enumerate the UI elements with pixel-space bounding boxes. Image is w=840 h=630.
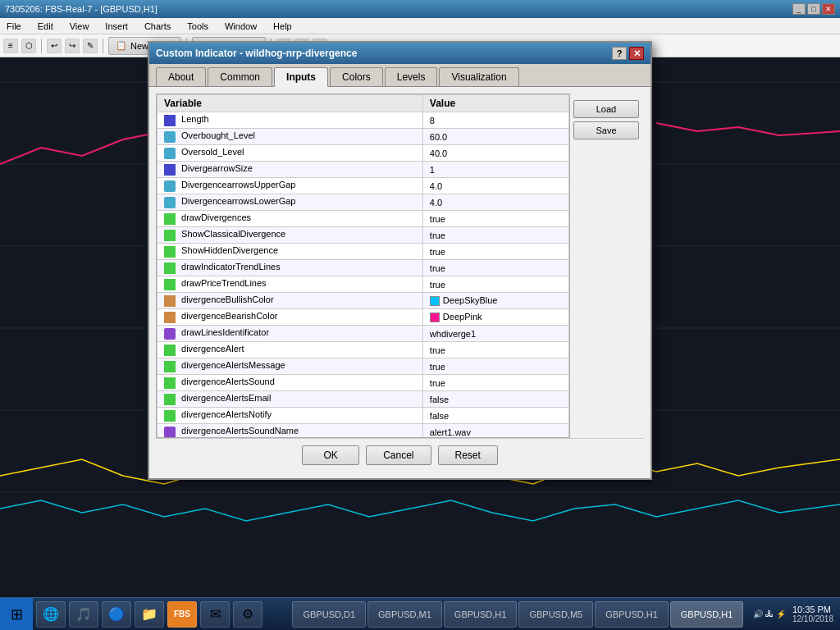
param-variable: Overbought_Level <box>158 129 423 145</box>
table-row[interactable]: DivergearrowSize 1 <box>158 162 569 178</box>
menu-edit[interactable]: Edit <box>34 20 57 33</box>
toolbar-icon-1[interactable]: ≡ <box>3 39 18 53</box>
table-row[interactable]: Oversold_Level 40.0 <box>158 145 569 162</box>
table-row[interactable]: divergenceBearishColor DeepPink <box>158 309 569 326</box>
type-icon <box>164 361 176 372</box>
param-value[interactable]: DeepSkyBlue <box>422 293 568 309</box>
toolbar-icon-4[interactable]: ↪ <box>65 39 80 53</box>
maximize-button[interactable]: □ <box>807 3 820 15</box>
param-value[interactable]: true <box>422 260 568 276</box>
taskbar-mail[interactable]: ✉ <box>200 601 230 628</box>
table-row[interactable]: divergenceAlertsMessage true <box>158 358 569 375</box>
param-value[interactable]: 4.0 <box>422 194 568 211</box>
reset-button[interactable]: Reset <box>438 445 498 465</box>
table-row[interactable]: drawIndicatorTrendLines true <box>158 260 569 276</box>
custom-indicator-dialog: Custom Indicator - wildhog-nrp-divergenc… <box>148 41 652 480</box>
param-value[interactable]: true <box>422 244 568 260</box>
taskbar-tab-1[interactable]: GBPUSD,D1 <box>292 601 366 628</box>
table-row[interactable]: divergenceAlertsEmail false <box>158 391 569 408</box>
taskbar-music[interactable]: 🎵 <box>69 601 98 628</box>
table-row[interactable]: divergenceBullishColor DeepSkyBlue <box>158 293 569 309</box>
taskbar-chrome[interactable]: 🔵 <box>102 601 131 628</box>
dialog-tabs: About Common Inputs Colors Levels Visual… <box>149 64 651 87</box>
param-value[interactable]: false <box>422 391 568 408</box>
cancel-button[interactable]: Cancel <box>366 445 431 465</box>
save-button[interactable]: Save <box>573 121 639 139</box>
param-value[interactable]: 8 <box>422 112 568 129</box>
table-row[interactable]: drawLinesIdentificator whdiverge1 <box>158 326 569 342</box>
menu-view[interactable]: View <box>66 20 93 33</box>
table-row[interactable]: DivergencearrowsLowerGap 4.0 <box>158 194 569 211</box>
table-row[interactable]: divergenceAlert true <box>158 342 569 358</box>
taskbar-tab-6[interactable]: GBPUSD,H1 <box>670 601 744 628</box>
tab-about[interactable]: About <box>156 67 206 86</box>
param-value[interactable]: true <box>422 358 568 375</box>
tab-levels[interactable]: Levels <box>385 67 438 86</box>
dialog-titlebar: Custom Indicator - wildhog-nrp-divergenc… <box>149 43 651 64</box>
load-button[interactable]: Load <box>573 100 639 118</box>
tab-common[interactable]: Common <box>208 67 272 86</box>
taskbar-settings[interactable]: ⚙ <box>233 601 262 628</box>
menu-help[interactable]: Help <box>270 20 295 33</box>
param-value[interactable]: true <box>422 375 568 391</box>
toolbar-icon-5[interactable]: ✎ <box>83 39 98 53</box>
table-row[interactable]: ShowHiddenDivergence true <box>158 244 569 260</box>
param-value[interactable]: true <box>422 276 568 293</box>
param-value[interactable]: 40.0 <box>422 145 568 162</box>
param-value[interactable]: 4.0 <box>422 178 568 194</box>
table-row[interactable]: DivergencearrowsUpperGap 4.0 <box>158 178 569 194</box>
param-value[interactable]: DeepPink <box>422 309 568 326</box>
table-row[interactable]: drawPriceTrendLines true <box>158 276 569 293</box>
taskbar-tab-5[interactable]: GBPUSD,H1 <box>595 601 669 628</box>
minimize-button[interactable]: _ <box>792 3 806 15</box>
titlebar-controls[interactable]: _ □ ✕ <box>792 3 835 15</box>
param-value[interactable]: 60.0 <box>422 129 568 145</box>
menu-window[interactable]: Window <box>221 20 260 33</box>
ok-button[interactable]: OK <box>302 445 359 465</box>
dialog-controls[interactable]: ? ✕ <box>612 47 644 60</box>
tab-colors[interactable]: Colors <box>330 67 383 86</box>
menu-charts[interactable]: Charts <box>141 20 174 33</box>
table-row[interactable]: divergenceAlertsSound true <box>158 375 569 391</box>
table-row[interactable]: divergenceAlertsNotify false <box>158 408 569 424</box>
param-value[interactable]: true <box>422 211 568 227</box>
tab-visualization[interactable]: Visualization <box>439 67 518 86</box>
param-value[interactable]: false <box>422 408 568 424</box>
taskbar-folder[interactable]: 📁 <box>135 601 164 628</box>
tab-inputs[interactable]: Inputs <box>274 67 328 87</box>
taskbar-fbs[interactable]: FBS <box>167 601 197 628</box>
color-swatch <box>430 313 440 322</box>
param-variable: ShowClassicalDivergence <box>158 227 423 244</box>
dialog-help-button[interactable]: ? <box>612 47 627 60</box>
taskbar-ie[interactable]: 🌐 <box>36 601 66 628</box>
param-value[interactable]: true <box>422 342 568 358</box>
table-row[interactable]: Overbought_Level 60.0 <box>158 129 569 145</box>
param-variable: divergenceAlertsMessage <box>158 358 423 375</box>
table-row[interactable]: Length 8 <box>158 112 569 129</box>
param-value[interactable]: alert1.wav <box>422 424 568 439</box>
type-icon <box>164 213 176 225</box>
dialog-close-button[interactable]: ✕ <box>629 47 644 60</box>
toolbar-icon-2[interactable]: ⬡ <box>21 39 36 53</box>
type-icon <box>164 131 176 143</box>
toolbar-icon-3[interactable]: ↩ <box>47 39 62 53</box>
taskbar-tab-3[interactable]: GBPUSD,H1 <box>444 601 518 628</box>
param-value[interactable]: true <box>422 227 568 244</box>
param-variable: drawIndicatorTrendLines <box>158 260 423 276</box>
clock: 10:35 PM 12/10/2018 <box>792 605 833 623</box>
table-row[interactable]: drawDivergences true <box>158 211 569 227</box>
menu-file[interactable]: File <box>3 20 25 33</box>
table-row[interactable]: ShowClassicalDivergence true <box>158 227 569 244</box>
start-button[interactable]: ⊞ <box>0 598 33 631</box>
param-value[interactable]: 1 <box>422 162 568 178</box>
type-icon <box>164 262 176 274</box>
table-row[interactable]: divergenceAlertsSoundName alert1.wav <box>158 424 569 439</box>
params-table-container[interactable]: Variable Value Length 8 Overbought_Level… <box>156 94 570 438</box>
taskbar-tab-2[interactable]: GBPUSD,M1 <box>368 601 442 628</box>
param-value[interactable]: whdiverge1 <box>422 326 568 342</box>
date: 12/10/2018 <box>792 614 833 623</box>
menu-tools[interactable]: Tools <box>184 20 212 33</box>
menu-insert[interactable]: Insert <box>102 20 131 33</box>
taskbar-tab-4[interactable]: GBPUSD,M5 <box>518 601 593 628</box>
close-button[interactable]: ✕ <box>822 3 835 15</box>
